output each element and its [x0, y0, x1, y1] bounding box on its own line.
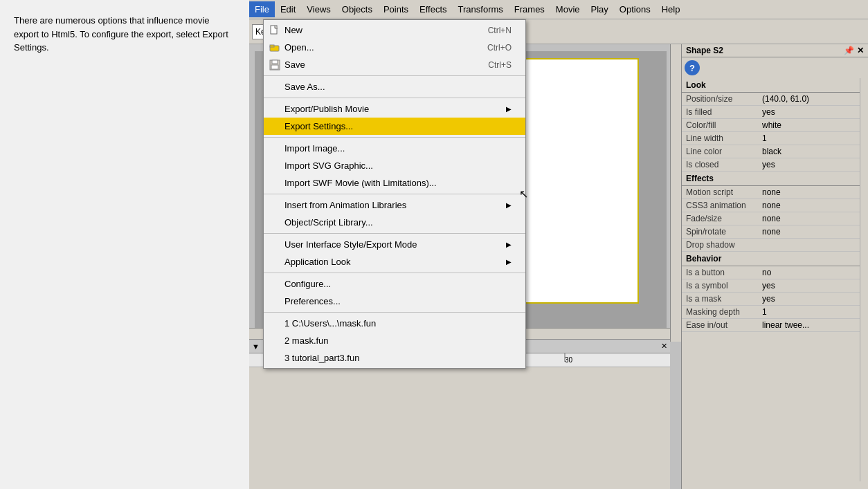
- separator-5: [264, 233, 525, 234]
- svg-rect-4: [270, 45, 274, 47]
- menu-item-configure-label: Configure...: [284, 279, 331, 289]
- file-menu: New Ctrl+N Open... Ctrl+O Save Ctrl+S: [263, 19, 526, 369]
- menu-item-import-svg[interactable]: Import SVG Graphic...: [264, 157, 525, 174]
- menu-item-new-label: New: [284, 25, 302, 35]
- props-scrollbar[interactable]: [860, 78, 868, 481]
- separator-6: [264, 273, 525, 273]
- menu-item-import-svg-label: Import SVG Graphic...: [284, 160, 373, 171]
- open-icon: [268, 42, 282, 53]
- menu-options[interactable]: Options: [614, 1, 656, 17]
- menu-item-open-label: Open...: [284, 42, 314, 53]
- help-text: There are numerous options that influenc…: [14, 14, 235, 55]
- svg-rect-6: [272, 60, 278, 64]
- menu-movie[interactable]: Movie: [550, 1, 586, 17]
- export-publish-arrow: ▶: [506, 105, 512, 113]
- svg-rect-7: [271, 65, 278, 69]
- open-shortcut: Ctrl+O: [487, 43, 512, 53]
- menu-item-recent-1-label: 1 C:\Users\...\mask.fun: [284, 318, 376, 329]
- insert-lib-arrow: ▶: [506, 201, 512, 209]
- menu-views[interactable]: Views: [301, 1, 336, 17]
- save-shortcut: Ctrl+S: [488, 60, 512, 70]
- app-look-arrow: ▶: [506, 258, 512, 266]
- menu-item-configure[interactable]: Configure...: [264, 275, 525, 293]
- menu-objects[interactable]: Objects: [336, 1, 378, 17]
- ui-style-arrow: ▶: [506, 241, 512, 248]
- menu-item-save[interactable]: Save Ctrl+S: [264, 56, 525, 73]
- menu-item-insert-lib[interactable]: Insert from Animation Libraries ▶: [264, 196, 525, 214]
- new-shortcut: Ctrl+N: [488, 26, 512, 35]
- menu-item-ui-style[interactable]: User Interface Style/Export Mode ▶: [264, 236, 525, 253]
- menu-item-export-publish-label: Export/Publish Movie: [284, 104, 369, 114]
- menu-item-import-image[interactable]: Import Image...: [264, 140, 525, 157]
- menu-item-recent-3-label: 3 tutorial_part3.fun: [284, 353, 359, 363]
- separator-4: [264, 194, 525, 194]
- menu-item-import-image-label: Import Image...: [284, 143, 345, 154]
- menu-item-recent-1[interactable]: 1 C:\Users\...\mask.fun: [264, 315, 525, 332]
- menu-item-open[interactable]: Open... Ctrl+O: [264, 39, 525, 56]
- menu-item-import-swf[interactable]: Import SWF Movie (with Limitations)...: [264, 174, 525, 192]
- menu-effects[interactable]: Effects: [414, 1, 453, 17]
- menu-item-insert-lib-label: Insert from Animation Libraries: [284, 200, 406, 210]
- menu-transforms[interactable]: Transforms: [453, 1, 509, 17]
- dropdown-overlay: New Ctrl+N Open... Ctrl+O Save Ctrl+S: [249, 19, 782, 489]
- menubar: File Edit Views Objects Points Effects T…: [249, 0, 868, 19]
- menu-item-recent-2[interactable]: 2 mask.fun: [264, 332, 525, 349]
- menu-item-export-settings[interactable]: Export Settings...: [264, 118, 525, 135]
- separator-1: [264, 75, 525, 76]
- save-icon: [268, 59, 282, 71]
- menu-item-recent-3[interactable]: 3 tutorial_part3.fun: [264, 349, 525, 367]
- menu-item-saveas-label: Save As...: [284, 82, 325, 92]
- mouse-cursor: ↖: [519, 187, 528, 201]
- menu-item-saveas[interactable]: Save As...: [264, 78, 525, 95]
- menu-play[interactable]: Play: [586, 1, 614, 17]
- separator-7: [264, 312, 525, 313]
- menu-item-objectlib-label: Object/Script Library...: [284, 217, 373, 228]
- menu-item-new[interactable]: New Ctrl+N: [264, 21, 525, 39]
- menu-frames[interactable]: Frames: [509, 1, 550, 17]
- menu-points[interactable]: Points: [378, 1, 414, 17]
- menu-item-objectlib[interactable]: Object/Script Library...: [264, 214, 525, 231]
- menu-item-export-settings-label: Export Settings...: [284, 121, 353, 131]
- menu-item-preferences-label: Preferences...: [284, 296, 341, 306]
- menu-item-app-look[interactable]: Application Look ▶: [264, 253, 525, 270]
- menu-item-save-label: Save: [284, 59, 305, 70]
- menu-item-ui-style-label: User Interface Style/Export Mode: [284, 239, 417, 250]
- menu-item-preferences[interactable]: Preferences...: [264, 293, 525, 310]
- menu-item-app-look-label: Application Look: [284, 257, 350, 267]
- separator-2: [264, 98, 525, 98]
- left-panel: There are numerous options that influenc…: [0, 0, 249, 489]
- app-area: File Edit Views Objects Points Effects T…: [249, 0, 868, 489]
- menu-item-import-swf-label: Import SWF Movie (with Limitations)...: [284, 178, 437, 188]
- menu-item-recent-2-label: 2 mask.fun: [284, 335, 329, 346]
- new-file-icon: [268, 25, 282, 36]
- panel-pin-button[interactable]: 📌: [844, 46, 854, 55]
- menu-edit[interactable]: Edit: [275, 1, 301, 17]
- panel-close-button[interactable]: ✕: [857, 46, 864, 55]
- separator-3: [264, 137, 525, 138]
- menu-item-export-publish[interactable]: Export/Publish Movie ▶: [264, 100, 525, 118]
- menu-help[interactable]: Help: [656, 1, 686, 17]
- menu-file[interactable]: File: [249, 1, 275, 17]
